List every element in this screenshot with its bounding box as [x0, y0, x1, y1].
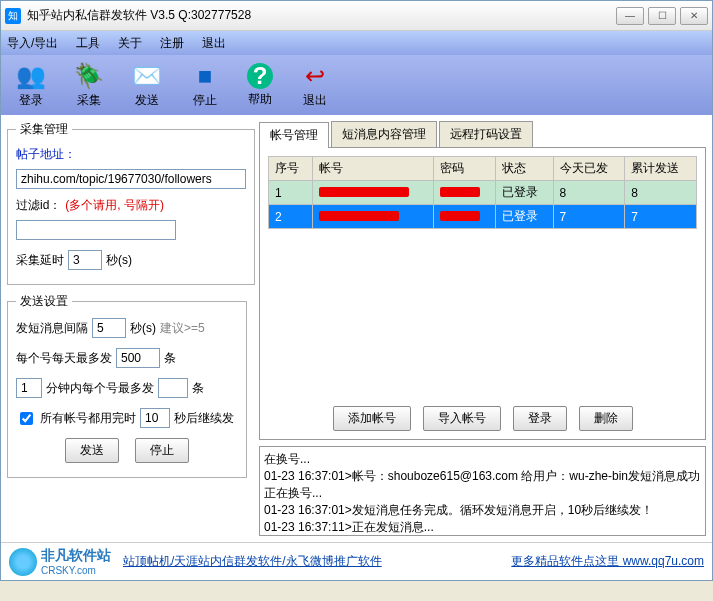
minute-label: 分钟内每个号最多发 — [46, 380, 154, 397]
interval-hint: 建议>=5 — [160, 320, 205, 337]
tab-accounts[interactable]: 帐号管理 — [259, 122, 329, 148]
tab-messages[interactable]: 短消息内容管理 — [331, 121, 437, 147]
filter-label: 过滤id： — [16, 197, 61, 214]
collect-fieldset: 采集管理 帖子地址： 过滤id： (多个请用, 号隔开) 采集延时 秒(s) — [7, 121, 255, 285]
redacted-password — [440, 187, 480, 197]
brand-logo-icon — [9, 548, 37, 576]
log-area[interactable]: 在换号... 01-23 16:37:01>帐号：shouboze615@163… — [259, 446, 706, 536]
menu-exit[interactable]: 退出 — [202, 35, 226, 52]
footer-more-link[interactable]: 更多精品软件点这里 www.qq7u.com — [511, 554, 704, 568]
send2-button[interactable]: 发送 — [65, 438, 119, 463]
footer-links[interactable]: 站顶帖机/天涯站内信群发软件/永飞微博推广软件 — [123, 554, 382, 568]
titlebar: 知 知乎站内私信群发软件 V3.5 Q:302777528 — ☐ ✕ — [1, 1, 712, 31]
redacted-account — [319, 211, 399, 221]
filter-hint: (多个请用, 号隔开) — [65, 197, 164, 214]
add-account-button[interactable]: 添加帐号 — [333, 406, 411, 431]
help-icon: ? — [247, 63, 273, 89]
app-icon: 知 — [5, 8, 21, 24]
table-row[interactable]: 2 已登录 7 7 — [269, 205, 697, 229]
filter-input[interactable] — [16, 220, 176, 240]
url-label: 帖子地址： — [16, 146, 76, 163]
brand-name: 非凡软件站 — [41, 547, 111, 565]
window-title: 知乎站内私信群发软件 V3.5 Q:302777528 — [27, 7, 616, 24]
bug-icon: 🪲 — [73, 62, 105, 90]
daily-input[interactable] — [116, 348, 160, 368]
redacted-account — [319, 187, 409, 197]
redacted-password — [440, 211, 480, 221]
minute-pre-input[interactable] — [16, 378, 42, 398]
tab-captcha[interactable]: 远程打码设置 — [439, 121, 533, 147]
stop-button[interactable]: ■停止 — [183, 60, 227, 111]
stop-icon: ■ — [189, 62, 221, 90]
brand-domain: CRSKY.com — [41, 565, 111, 576]
daily-label: 每个号每天最多发 — [16, 350, 112, 367]
delay-unit: 秒(s) — [106, 252, 132, 269]
table-header: 序号帐号密码状态今天已发累计发送 — [269, 157, 697, 181]
minimize-button[interactable]: — — [616, 7, 644, 25]
help-button[interactable]: ?帮助 — [241, 61, 279, 110]
minute-input[interactable] — [158, 378, 188, 398]
maximize-button[interactable]: ☐ — [648, 7, 676, 25]
exit-button[interactable]: ↩退出 — [293, 60, 337, 111]
close-button[interactable]: ✕ — [680, 7, 708, 25]
minute-unit: 条 — [192, 380, 204, 397]
resume-checkbox[interactable] — [20, 412, 33, 425]
import-account-button[interactable]: 导入帐号 — [423, 406, 501, 431]
people-icon: 👥 — [15, 62, 47, 90]
collect-button[interactable]: 🪲采集 — [67, 60, 111, 111]
menu-tools[interactable]: 工具 — [76, 35, 100, 52]
collect-legend: 采集管理 — [16, 121, 72, 138]
delay-label: 采集延时 — [16, 252, 64, 269]
send-fieldset: 发送设置 发短消息间隔 秒(s) 建议>=5 每个号每天最多发 条 分钟内每个号… — [7, 293, 247, 478]
send-button[interactable]: ✉️发送 — [125, 60, 169, 111]
footer: 非凡软件站 CRSKY.com 站顶帖机/天涯站内信群发软件/永飞微博推广软件 … — [1, 542, 712, 580]
resume-input[interactable] — [140, 408, 170, 428]
interval-unit: 秒(s) — [130, 320, 156, 337]
login-button[interactable]: 👥登录 — [9, 60, 53, 111]
delay-input[interactable] — [68, 250, 102, 270]
menu-about[interactable]: 关于 — [118, 35, 142, 52]
menubar: 导入/导出 工具 关于 注册 退出 — [1, 31, 712, 55]
account-table: 序号帐号密码状态今天已发累计发送 1 已登录 8 8 — [268, 156, 697, 229]
interval-label: 发短消息间隔 — [16, 320, 88, 337]
toolbar: 👥登录 🪲采集 ✉️发送 ■停止 ?帮助 ↩退出 — [1, 55, 712, 115]
exit-icon: ↩ — [299, 62, 331, 90]
url-input[interactable] — [16, 169, 246, 189]
interval-input[interactable] — [92, 318, 126, 338]
delete-account-button[interactable]: 删除 — [579, 406, 633, 431]
mail-icon: ✉️ — [131, 62, 163, 90]
menu-import-export[interactable]: 导入/导出 — [7, 35, 58, 52]
resume-unit: 秒后继续发 — [174, 410, 234, 427]
tabs: 帐号管理 短消息内容管理 远程打码设置 — [259, 121, 706, 148]
table-row[interactable]: 1 已登录 8 8 — [269, 181, 697, 205]
stop2-button[interactable]: 停止 — [135, 438, 189, 463]
send-legend: 发送设置 — [16, 293, 72, 310]
login-account-button[interactable]: 登录 — [513, 406, 567, 431]
menu-register[interactable]: 注册 — [160, 35, 184, 52]
daily-unit: 条 — [164, 350, 176, 367]
checkbox-label: 所有帐号都用完时 — [40, 410, 136, 427]
